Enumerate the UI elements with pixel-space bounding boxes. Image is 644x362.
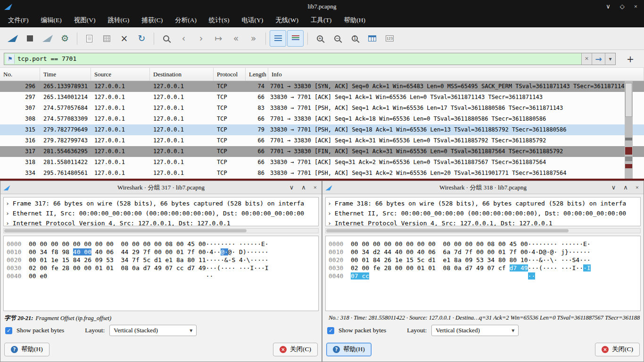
packet-row-307[interactable]: 307274.577057684127.0.0.1127.0.0.1TCP833… (0, 103, 644, 114)
packet-row-297[interactable]: 297265.134001214127.0.0.1127.0.0.1TCP663… (0, 92, 644, 103)
detail-horizontal-scrollbar[interactable] (3, 228, 319, 233)
restart-capture-icon[interactable] (39, 30, 56, 47)
close-icon[interactable]: × (636, 184, 639, 191)
menu-item[interactable]: 无线(W) (269, 13, 305, 27)
go-to-packet-icon[interactable]: ↦ (210, 30, 227, 47)
close-button[interactable]: 关闭(C) (595, 343, 640, 356)
tree-line[interactable]: ›Frame 318: 66 bytes on wire (528 bits),… (328, 198, 638, 208)
menu-item[interactable]: 文件(F) (2, 13, 35, 27)
expander-icon[interactable]: › (328, 200, 331, 207)
packet-list-scrollbar[interactable] (625, 81, 633, 179)
scrollbar-thumb[interactable] (4, 229, 247, 232)
menu-item[interactable]: 分析(A) (169, 13, 203, 27)
expander-icon[interactable]: › (328, 210, 331, 217)
column-header-info[interactable]: Info (268, 68, 644, 81)
expander-icon[interactable]: › (6, 200, 9, 207)
tree-line[interactable]: ›Internet Protocol Version 4, Src: 127.0… (328, 218, 638, 226)
minimize-icon[interactable]: ∨ (606, 3, 611, 10)
menu-item[interactable]: 工具(T) (305, 13, 338, 27)
apply-filter-icon[interactable] (592, 53, 605, 65)
packet-row-315[interactable]: 315279.782779649127.0.0.1127.0.0.1TCP793… (0, 124, 644, 135)
column-header-length[interactable]: Length (246, 68, 268, 81)
hex-row[interactable]: 002000 01 1e 15 84 26 09 53 34 7f 5c d1 … (7, 256, 315, 264)
maximize-icon[interactable]: ∧ (623, 184, 628, 191)
column-header-time[interactable]: Time (40, 68, 91, 81)
column-header-no[interactable]: No. (0, 68, 40, 81)
layout-select[interactable]: Vertical (Stacked) (109, 325, 197, 336)
start-capture-icon[interactable] (4, 30, 21, 47)
expander-icon[interactable]: › (328, 220, 331, 226)
save-file-icon[interactable] (99, 30, 115, 47)
tree-line[interactable]: ›Frame 317: 66 bytes on wire (528 bits),… (6, 198, 316, 208)
menu-item[interactable]: 统计(S) (203, 13, 236, 27)
minimize-icon[interactable]: ∨ (289, 184, 294, 191)
hex-row[interactable]: 004000 e0·· (7, 272, 315, 280)
column-header-destination[interactable]: Destination (150, 68, 214, 81)
column-header-protocol[interactable]: Protocol (214, 68, 246, 81)
minimize-icon[interactable]: ∨ (611, 184, 616, 191)
close-icon[interactable]: × (314, 184, 317, 191)
display-filter-input[interactable]: tcp.port == 7701 (4, 53, 616, 65)
expander-icon[interactable]: › (6, 210, 9, 217)
hex-row[interactable]: 000000 00 00 00 00 00 00 00 00 00 00 00 … (7, 240, 315, 248)
hex-row[interactable]: 001000 34 f8 98 40 00 40 06 44 29 7f 00 … (7, 248, 315, 256)
hex-row[interactable]: 003002 00 fe 28 00 00 01 01 08 0a d7 49 … (7, 264, 315, 272)
menu-item[interactable]: 帮助(H) (338, 13, 372, 27)
hex-row[interactable]: 001000 34 d2 44 40 00 40 06 6a 7d 7f 00 … (329, 248, 637, 256)
show-packet-bytes-checkbox[interactable] (327, 327, 334, 334)
scrollbar-thumb[interactable] (326, 229, 569, 232)
add-filter-button[interactable]: + (624, 53, 636, 65)
auto-scroll-icon[interactable] (270, 30, 286, 47)
close-icon[interactable]: × (634, 3, 637, 10)
close-file-icon[interactable]: × (116, 30, 132, 47)
layout-select[interactable]: Vertical (Stacked) (431, 325, 519, 336)
go-first-packet-icon[interactable]: « (228, 30, 244, 47)
maximize-icon[interactable]: ◇ (620, 3, 625, 10)
clear-filter-icon[interactable] (581, 53, 592, 65)
maximize-icon[interactable]: ∧ (301, 184, 306, 191)
show-packet-bytes-checkbox[interactable] (5, 327, 12, 334)
menu-item[interactable]: 跳转(G) (102, 13, 136, 27)
open-file-icon[interactable] (81, 30, 98, 47)
hex-row[interactable]: 002000 01 84 26 1e 15 5c d1 e1 8a 09 53 … (329, 256, 637, 264)
tree-line[interactable]: ›Internet Protocol Version 4, Src: 127.0… (6, 218, 316, 226)
packet-row-316[interactable]: 316279.782799743127.0.0.1127.0.0.1TCP667… (0, 135, 644, 146)
zoom-in-icon[interactable]: + (312, 30, 328, 47)
expander-icon[interactable]: › (6, 220, 9, 226)
hex-row[interactable]: 000000 00 00 00 00 00 00 00 00 00 00 00 … (329, 240, 637, 248)
packet-row-318[interactable]: 318281.558011422127.0.0.1127.0.0.1TCP663… (0, 157, 644, 168)
column-header-source[interactable]: Source (91, 68, 150, 81)
colorize-icon[interactable] (287, 30, 304, 47)
packet-row-317[interactable]: 317281.554636295127.0.0.1127.0.0.1TCP667… (0, 146, 644, 157)
packet-row-296[interactable]: 296265.133978931127.0.0.1127.0.0.1TCP747… (0, 81, 644, 92)
go-back-icon[interactable]: ‹ (175, 30, 192, 47)
detail-horizontal-scrollbar[interactable] (325, 228, 641, 233)
packet-row-308[interactable]: 308274.577083309127.0.0.1127.0.0.1TCP667… (0, 114, 644, 124)
stop-capture-icon[interactable] (22, 30, 38, 47)
hex-row[interactable]: 004007 cc·· (329, 272, 637, 280)
help-button[interactable]: 帮助(H) (326, 343, 372, 356)
menu-item[interactable]: 捕获(C) (135, 13, 169, 27)
filter-dropdown-icon[interactable] (605, 53, 615, 65)
close-button[interactable]: 关闭(C) (273, 343, 318, 356)
reload-file-icon[interactable]: ↻ (133, 30, 150, 47)
hex-row[interactable]: 003002 00 fe 28 00 00 01 01 08 0a d7 49 … (329, 264, 637, 272)
tree-line[interactable]: ›Ethernet II, Src: 00:00:00_00:00:00 (00… (328, 208, 638, 218)
menu-item[interactable]: 编辑(E) (35, 13, 68, 27)
filter-value[interactable]: tcp.port == 7701 (17, 55, 76, 62)
number-columns-icon[interactable]: 123 (381, 30, 398, 47)
packet-row-334[interactable]: 334295.761480561127.0.0.1127.0.0.1TCP863… (0, 168, 644, 179)
zoom-100-icon[interactable]: 1 (347, 30, 363, 47)
go-forward-icon[interactable]: › (193, 30, 209, 47)
scrollbar-thumb[interactable] (625, 83, 632, 117)
help-button[interactable]: 帮助(H) (4, 343, 50, 356)
capture-options-icon[interactable]: ⚙ (57, 30, 73, 47)
zoom-out-icon[interactable]: − (329, 30, 346, 47)
filter-bookmark-icon[interactable] (6, 54, 15, 64)
menu-item[interactable]: 视图(V) (68, 13, 102, 27)
tree-line[interactable]: ›Ethernet II, Src: 00:00:00_00:00:00 (00… (6, 208, 316, 218)
find-packet-icon[interactable] (158, 30, 174, 47)
go-last-packet-icon[interactable]: » (245, 30, 262, 47)
menu-item[interactable]: 电话(Y) (236, 13, 270, 27)
resize-columns-icon[interactable] (364, 30, 380, 47)
